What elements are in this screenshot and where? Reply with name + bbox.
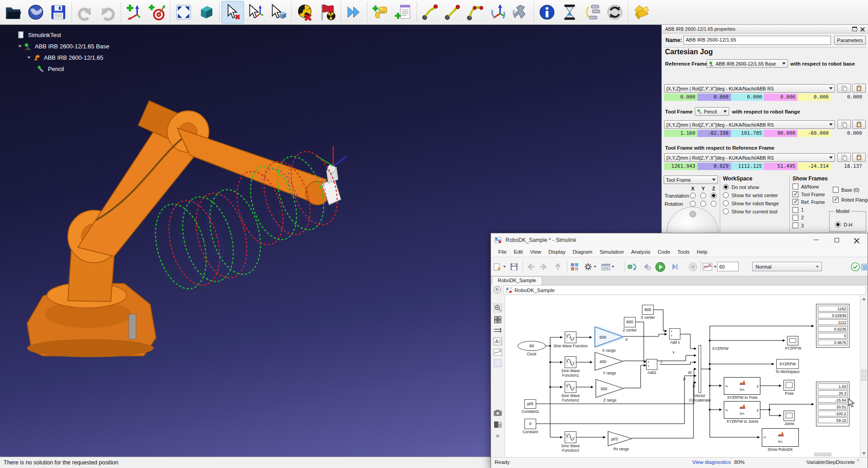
pose-value-cell[interactable]: 0.000: [764, 94, 797, 101]
paste-pose-button[interactable]: [852, 153, 866, 162]
copy-pose-button[interactable]: [837, 84, 851, 93]
robot-name-input[interactable]: ABB IRB 2600-12/1.65: [684, 36, 831, 45]
menu-item[interactable]: View: [526, 248, 545, 256]
pose-value-cell[interactable]: 0.000: [797, 94, 831, 101]
simulink-title-bar[interactable]: RoboDK_Sample * - Simulink: [491, 233, 868, 247]
add-block[interactable]: ++: [646, 359, 657, 370]
solver-caret-icon[interactable]: ^: [857, 459, 859, 464]
tree-item-tool[interactable]: Pencil: [37, 63, 109, 75]
simulation-mode-select[interactable]: Normal: [752, 262, 822, 271]
jog-dial[interactable]: [666, 207, 719, 233]
checkbox-icon[interactable]: [793, 184, 798, 189]
simulation-timer-icon[interactable]: [558, 1, 581, 24]
radio-icon[interactable]: [835, 222, 841, 227]
horizontal-scrollbar-thumb[interactable]: [814, 453, 831, 456]
pose-value-cell[interactable]: 51.495: [764, 163, 797, 170]
tree-item-robot[interactable]: ABB IRB 2600-12/1.65: [27, 52, 109, 63]
radio-icon[interactable]: [723, 184, 729, 190]
scope-block-pose[interactable]: [783, 380, 795, 391]
fit-to-view-icon[interactable]: [493, 315, 502, 324]
step-back-button[interactable]: [642, 262, 651, 272]
paste-pose-button[interactable]: [852, 120, 866, 129]
pose-value-cell[interactable]: -82.198: [698, 130, 731, 137]
undo-icon[interactable]: [74, 1, 96, 24]
scrollbar-thumb[interactable]: [861, 370, 867, 381]
pose-format-select-2[interactable]: [X,Y,Z]mm | Rot[Z,Y',X'']deg - KUKA/Nach…: [664, 120, 835, 129]
fast-simulation-icon[interactable]: [343, 1, 365, 24]
check-collisions-icon[interactable]: [293, 1, 316, 24]
constant-block-z-center[interactable]: 900: [624, 317, 636, 327]
add-shape-icon[interactable]: [195, 1, 217, 24]
float-panel-icon[interactable]: [852, 27, 857, 31]
select-delete-cursor-icon[interactable]: [222, 1, 244, 24]
radio-icon[interactable]: [711, 193, 717, 199]
show-frame-checkbox[interactable]: Base (0): [833, 187, 859, 193]
redo-icon[interactable]: [96, 1, 119, 24]
pose-value-cell[interactable]: 0.000: [698, 94, 731, 101]
jog-frame-select[interactable]: Tool Frame: [664, 175, 718, 184]
radio-icon[interactable]: [700, 193, 706, 199]
radio-icon[interactable]: [723, 208, 729, 214]
pose-value-cell[interactable]: 101.785: [731, 130, 764, 137]
step-forward-button[interactable]: [670, 262, 679, 272]
menu-item[interactable]: Display: [545, 248, 569, 256]
workspace-option[interactable]: Show for current tool: [723, 208, 778, 214]
to-workspace-block[interactable]: XYZRPW: [776, 359, 799, 369]
stop-button[interactable]: [689, 262, 698, 272]
checkbox-icon[interactable]: [793, 199, 798, 205]
pose-value-cell[interactable]: -60.000: [797, 130, 831, 137]
model-settings-button[interactable]: [584, 262, 596, 272]
sine-wave-block[interactable]: t: [565, 431, 576, 443]
chevron-down-icon[interactable]: [27, 57, 31, 59]
gain-block-rx-range[interactable]: pi/3: [608, 431, 633, 449]
collision-map-icon[interactable]: [316, 1, 339, 24]
fit-view-icon[interactable]: [172, 1, 195, 24]
show-frame-checkbox[interactable]: 2: [793, 215, 804, 221]
menu-item[interactable]: Diagram: [569, 248, 596, 256]
expand-palette-icon[interactable]: »: [493, 432, 502, 441]
move-robot-icon[interactable]: [509, 1, 532, 24]
radio-icon[interactable]: [711, 201, 717, 207]
constant-block-0[interactable]: 0: [524, 419, 536, 429]
show-frame-checkbox[interactable]: Tool Frame: [793, 191, 825, 197]
teach-move-joint-icon[interactable]: [419, 1, 441, 24]
pose-value-cell[interactable]: 0.000: [831, 130, 864, 137]
parameters-button[interactable]: Parameters: [834, 36, 866, 45]
program-blocks-icon[interactable]: [581, 1, 604, 24]
show-information-icon[interactable]: [536, 1, 558, 24]
add-program-icon[interactable]: [392, 1, 415, 24]
workspace-option[interactable]: Show for wrist center: [723, 192, 778, 198]
teach-move-linear-icon[interactable]: [441, 1, 464, 24]
up-to-parent-button[interactable]: [554, 262, 561, 272]
gain-block-y-range[interactable]: 400: [594, 352, 624, 373]
model-canvas[interactable]: 60 Clock t Sine Wave Function t Sine Wav…: [505, 295, 861, 457]
constant-block-1[interactable]: pi/6: [524, 399, 536, 409]
checkbox-icon[interactable]: [833, 187, 839, 193]
save-icon[interactable]: [47, 1, 70, 24]
pose-format-select-3[interactable]: [X,Y,Z]mm | Rot[Z,Y',X'']deg - KUKA/Nach…: [664, 153, 835, 162]
pose-value-cell[interactable]: 90.000: [764, 130, 797, 137]
sine-wave-block[interactable]: t: [565, 381, 576, 393]
show-frame-checkbox[interactable]: 3: [793, 222, 804, 228]
sine-wave-block[interactable]: t: [565, 356, 576, 368]
constant-block-x-center[interactable]: 800: [642, 305, 654, 315]
scope-block-joints[interactable]: [783, 411, 795, 421]
screenshot-camera-icon[interactable]: [493, 408, 502, 417]
run-button[interactable]: [655, 262, 665, 272]
update-model-button[interactable]: [627, 262, 637, 272]
scroll-up-icon[interactable]: [862, 298, 866, 300]
add-python-program-icon[interactable]: [369, 1, 392, 24]
signal-viewer-icon[interactable]: [493, 348, 502, 357]
maximize-button[interactable]: [827, 233, 847, 246]
tree-item-base-frame[interactable]: ABB IRB 2600-12/1.65 Base: [18, 41, 109, 52]
show-frame-checkbox[interactable]: Robot Flange: [833, 197, 868, 203]
annotation-icon[interactable]: A: [493, 337, 502, 346]
fcn-block-show-robodk[interactable]: u fcn: [762, 428, 799, 447]
add-reference-frame-icon[interactable]: [123, 1, 146, 24]
rotation-radios[interactable]: [690, 201, 717, 207]
pose-value-cell[interactable]: 1261.943: [664, 163, 698, 170]
area-box-icon[interactable]: [493, 359, 502, 368]
checkbox-icon[interactable]: [793, 215, 798, 221]
model-dh-option[interactable]: D-H: [835, 222, 853, 227]
simulation-data-inspector-button[interactable]: [703, 262, 717, 272]
